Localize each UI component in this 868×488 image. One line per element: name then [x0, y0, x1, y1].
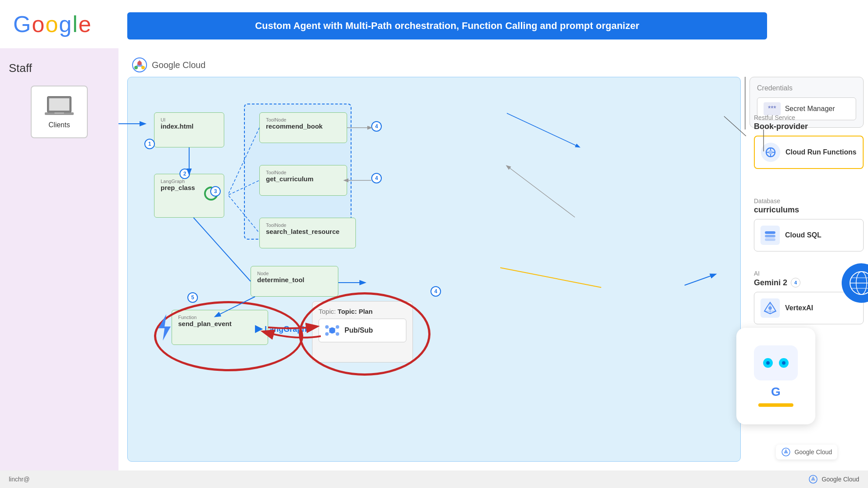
diagram-area: Google Cloud UI index.html LangGraph pre… — [118, 48, 868, 470]
ui-node: UI index.html — [154, 112, 224, 147]
google-cloud-footer-logo — [781, 447, 791, 457]
cloud-sql-label: Cloud SQL — [785, 231, 821, 239]
svg-point-6 — [141, 66, 145, 69]
secret-manager-label: Secret Manager — [785, 105, 835, 113]
cloud-run-icon — [764, 146, 777, 158]
svg-point-11 — [325, 325, 329, 329]
footer-user: linchr@ — [9, 476, 30, 483]
database-box: Database curriculums Cloud SQL — [754, 197, 864, 251]
pubsub-icon — [324, 323, 340, 338]
database-subtitle: curriculums — [754, 205, 864, 215]
title-banner: Custom Agent with Multi-Path orchestrati… — [127, 12, 767, 39]
gcloud-text: Google Cloud — [152, 60, 205, 70]
svg-point-10 — [329, 327, 335, 334]
gcloud-header: Google Cloud — [132, 57, 205, 73]
title-text: Custom Agent with Multi-Path orchestrati… — [255, 20, 639, 31]
robot-body: G — [736, 328, 815, 424]
step-badge-5: 5 — [187, 292, 198, 303]
cloud-run-card: Cloud Run Functions — [754, 136, 864, 169]
footer-gc-icon — [808, 474, 818, 484]
main-diagram-box: UI index.html LangGraph prep_class ToolN… — [127, 77, 741, 462]
step-badge-4a: 4 — [371, 121, 382, 132]
staff-title: Staff — [9, 61, 110, 75]
globe-svg — [848, 270, 868, 296]
google-cloud-footer-text: Google Cloud — [794, 449, 832, 456]
step-badge-2: 2 — [179, 169, 190, 179]
cloud-sql-icon-wrapper — [760, 226, 780, 245]
cloud-run-label: Cloud Run Functions — [786, 148, 857, 156]
svg-rect-36 — [765, 235, 775, 237]
pubsub-topic-label: Topic: Topic: Plan — [319, 308, 406, 315]
credentials-title: Credentials — [757, 84, 856, 92]
svg-rect-3 — [54, 112, 64, 114]
lightning-icon — [154, 314, 175, 345]
ai-subtitle: Gemini 2 — [754, 278, 787, 287]
footer-gc-label: Google Cloud — [821, 476, 859, 483]
robot-placeholder: G Google Cloud — [710, 312, 842, 466]
client-card: Clients — [31, 86, 88, 138]
svg-point-12 — [336, 325, 339, 329]
cloud-sql-card: Cloud SQL — [754, 219, 864, 251]
svg-line-23 — [194, 218, 251, 281]
restful-title: Restful Service — [754, 114, 864, 121]
step-badge-4b: 4 — [371, 173, 382, 183]
google-logo: Google — [13, 11, 91, 37]
client-label: Clients — [49, 121, 70, 129]
staff-sidebar: Staff Clients — [0, 48, 118, 470]
cloud-run-icon-wrapper — [761, 143, 780, 162]
footer: linchr@ Google Cloud — [0, 470, 868, 488]
pubsub-inner: Pub/Sub — [319, 319, 406, 342]
vertexai-label: VertexAI — [785, 304, 813, 312]
svg-marker-28 — [158, 314, 171, 341]
svg-point-5 — [137, 61, 142, 65]
node-determine-tool: Node determine_tool — [251, 266, 338, 297]
toolnode-recommend-node: ToolNode recommend_book — [259, 112, 347, 143]
step-badge-4c: 4 — [430, 286, 441, 297]
cloud-sql-icon — [764, 229, 777, 242]
svg-rect-37 — [765, 238, 775, 241]
gcp-logo-icon — [132, 57, 147, 73]
restful-subtitle: Book-provider — [754, 122, 864, 131]
step-badge-1: 1 — [144, 139, 155, 149]
pubsub-box: Topic: Topic: Plan Pub/Sub — [312, 301, 413, 362]
key-icon: *** — [764, 102, 781, 115]
step-badge-3: 3 — [210, 186, 221, 197]
svg-point-14 — [336, 332, 339, 336]
toolnode-search-node: ToolNode search_latest_resource — [259, 218, 356, 248]
laptop-icon — [44, 95, 75, 117]
footer-google-cloud: Google Cloud — [808, 474, 859, 484]
database-title: Database — [754, 197, 864, 205]
svg-point-30 — [768, 150, 773, 154]
pubsub-label: Pub/Sub — [344, 327, 373, 334]
svg-rect-35 — [765, 231, 775, 234]
svg-point-13 — [325, 332, 329, 336]
ai-badge: 4 — [791, 278, 800, 287]
main-content: Staff Clients Google Cloud — [0, 48, 868, 470]
svg-point-7 — [134, 66, 138, 69]
toolnode-curriculum-node: ToolNode get_curriculum — [259, 165, 347, 196]
svg-rect-1 — [49, 98, 69, 111]
svg-point-41 — [768, 306, 772, 310]
lightning-bolt — [154, 314, 175, 341]
restful-service-box: Restful Service Book-provider Cloud Run … — [754, 114, 864, 169]
langgraph-badge: ▶ LangGraph — [255, 323, 307, 334]
function-send-plan-node: Function send_plan_event — [172, 310, 268, 345]
